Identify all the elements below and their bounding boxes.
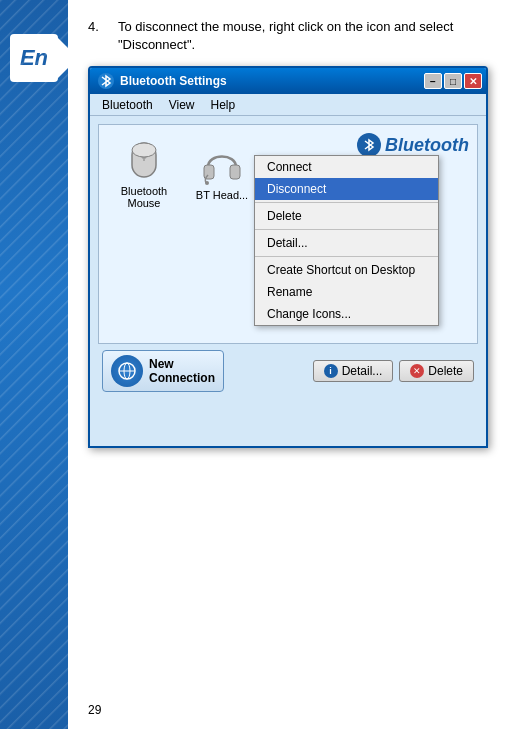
new-connection-label: NewConnection <box>149 357 215 385</box>
bt-branding: Bluetooth <box>357 133 469 157</box>
right-buttons: i Detail... ✕ Delete <box>313 360 474 382</box>
new-connection-button[interactable]: NewConnection <box>102 350 224 392</box>
main-content: 4. To disconnect the mouse, right click … <box>68 0 529 729</box>
bt-brand-icon <box>357 133 381 157</box>
ctx-connect[interactable]: Connect <box>255 156 438 178</box>
ctx-delete[interactable]: Delete <box>255 205 438 227</box>
dialog-body: Bluetooth BluetoothMouse <box>90 116 486 446</box>
mouse-icon-box <box>120 135 168 183</box>
ctx-detail[interactable]: Detail... <box>255 232 438 254</box>
mouse-label: BluetoothMouse <box>121 185 167 209</box>
bottom-area: NewConnection i Detail... ✕ Delete <box>98 344 478 398</box>
step-description: To disconnect the mouse, right click on … <box>118 18 509 54</box>
connection-icon <box>111 355 143 387</box>
device-headset[interactable]: BT Head... <box>187 139 257 201</box>
svg-rect-6 <box>204 165 214 179</box>
menu-bluetooth[interactable]: Bluetooth <box>94 96 161 114</box>
page-number: 29 <box>88 703 101 717</box>
headset-icon-box <box>198 139 246 187</box>
headset-label: BT Head... <box>196 189 248 201</box>
banner-decoration <box>0 0 68 729</box>
conn-icon-svg <box>117 361 137 381</box>
ctx-rename[interactable]: Rename <box>255 281 438 303</box>
detail-icon: i <box>324 364 338 378</box>
device-mouse[interactable]: BluetoothMouse <box>109 135 179 209</box>
delete-button[interactable]: ✕ Delete <box>399 360 474 382</box>
ctx-sep-2 <box>255 229 438 230</box>
title-bar: Bluetooth Settings − □ ✕ <box>90 68 486 94</box>
svg-point-8 <box>205 181 209 185</box>
dialog-title: Bluetooth Settings <box>120 74 227 88</box>
bt-icon-svg <box>100 74 112 88</box>
detail-label: Detail... <box>342 364 383 378</box>
svg-rect-7 <box>230 165 240 179</box>
title-bar-buttons: − □ ✕ <box>424 73 482 89</box>
menu-help[interactable]: Help <box>203 96 244 114</box>
bluetooth-icon <box>98 73 114 89</box>
ctx-change-icons[interactable]: Change Icons... <box>255 303 438 325</box>
left-banner: En <box>0 0 68 729</box>
title-bar-title: Bluetooth Settings <box>98 73 227 89</box>
svg-rect-5 <box>132 143 156 157</box>
detail-button[interactable]: i Detail... <box>313 360 394 382</box>
context-menu: Connect Disconnect Delete Detail... Crea… <box>254 155 439 326</box>
device-area: Bluetooth BluetoothMouse <box>98 124 478 344</box>
step-number: 4. <box>88 18 106 54</box>
bt-brand-svg <box>363 138 375 152</box>
ctx-disconnect[interactable]: Disconnect <box>255 178 438 200</box>
mouse-svg <box>124 135 164 183</box>
delete-label: Delete <box>428 364 463 378</box>
bluetooth-settings-dialog: Bluetooth Settings − □ ✕ Bluetooth View … <box>88 66 488 448</box>
step-instruction: 4. To disconnect the mouse, right click … <box>88 18 509 54</box>
menu-view[interactable]: View <box>161 96 203 114</box>
minimize-button[interactable]: − <box>424 73 442 89</box>
menu-bar: Bluetooth View Help <box>90 94 486 116</box>
maximize-button[interactable]: □ <box>444 73 462 89</box>
ctx-sep-1 <box>255 202 438 203</box>
ctx-create-shortcut[interactable]: Create Shortcut on Desktop <box>255 259 438 281</box>
ctx-sep-3 <box>255 256 438 257</box>
close-button[interactable]: ✕ <box>464 73 482 89</box>
headset-svg <box>200 139 244 187</box>
svg-rect-1 <box>0 0 68 729</box>
delete-icon: ✕ <box>410 364 424 378</box>
bt-brand-text: Bluetooth <box>385 135 469 156</box>
